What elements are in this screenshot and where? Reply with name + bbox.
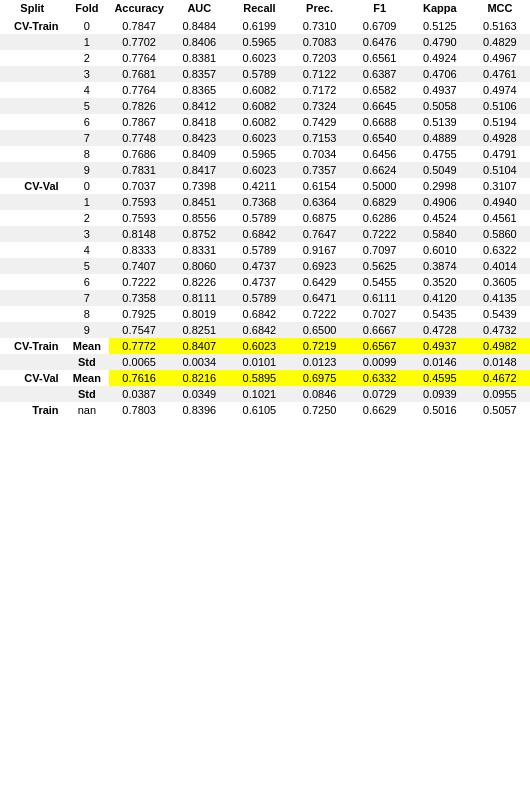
recall-value: 0.6023: [229, 338, 289, 354]
prec-value: 0.7219: [289, 338, 349, 354]
f1-value: 0.5000: [350, 178, 410, 194]
auc-value: 0.8423: [169, 130, 229, 146]
accuracy-value: 0.7681: [109, 66, 169, 82]
sublabel-value: Mean: [65, 338, 110, 354]
prec-value: 0.7357: [289, 162, 349, 178]
mcc-value: 0.4940: [470, 194, 530, 210]
prec-value: 0.7429: [289, 114, 349, 130]
recall-value: 0.5895: [229, 370, 289, 386]
recall-value: 0.6082: [229, 82, 289, 98]
table-row: CV-TrainMean0.77720.84070.60230.72190.65…: [0, 338, 530, 354]
accuracy-value: 0.7831: [109, 162, 169, 178]
auc-value: 0.8556: [169, 210, 229, 226]
auc-value: 0.8251: [169, 322, 229, 338]
kappa-value: 0.4120: [410, 290, 470, 306]
accuracy-value: 0.7547: [109, 322, 169, 338]
accuracy-value: 0.7764: [109, 82, 169, 98]
auc-value: 0.8407: [169, 338, 229, 354]
sublabel-value: Mean: [65, 370, 110, 386]
prec-value: 0.7250: [289, 402, 349, 418]
auc-value: 0.0349: [169, 386, 229, 402]
table-row: CV-ValMean0.76160.82160.58950.69750.6332…: [0, 370, 530, 386]
prec-value: 0.7172: [289, 82, 349, 98]
auc-value: 0.8111: [169, 290, 229, 306]
table-row: 50.78260.84120.60820.73240.66450.50580.5…: [0, 98, 530, 114]
header-fold: Fold: [65, 0, 110, 18]
recall-value: 0.5965: [229, 146, 289, 162]
mcc-value: 0.4829: [470, 34, 530, 50]
accuracy-value: 0.7358: [109, 290, 169, 306]
mcc-value: 0.5439: [470, 306, 530, 322]
header-kappa: Kappa: [410, 0, 470, 18]
header-auc: AUC: [169, 0, 229, 18]
auc-value: 0.8331: [169, 242, 229, 258]
recall-value: 0.6199: [229, 18, 289, 34]
split-label: [0, 210, 65, 226]
auc-value: 0.8451: [169, 194, 229, 210]
auc-value: 0.8417: [169, 162, 229, 178]
table-row: Std0.03870.03490.10210.08460.07290.09390…: [0, 386, 530, 402]
split-label: [0, 386, 65, 402]
prec-value: 0.7083: [289, 34, 349, 50]
table-row: 70.77480.84230.60230.71530.65400.48890.4…: [0, 130, 530, 146]
f1-value: 0.0099: [350, 354, 410, 370]
fold-value: 2: [65, 210, 110, 226]
accuracy-value: 0.7826: [109, 98, 169, 114]
fold-value: 1: [65, 194, 110, 210]
kappa-value: 0.5058: [410, 98, 470, 114]
fold-value: 5: [65, 98, 110, 114]
table-header: Split Fold Accuracy AUC Recall Prec. F1 …: [0, 0, 530, 18]
accuracy-value: 0.7037: [109, 178, 169, 194]
mcc-value: 0.3605: [470, 274, 530, 290]
mcc-value: 0.4561: [470, 210, 530, 226]
fold-value: nan: [65, 402, 110, 418]
recall-value: 0.5789: [229, 66, 289, 82]
auc-value: 0.8357: [169, 66, 229, 82]
kappa-value: 0.5049: [410, 162, 470, 178]
kappa-value: 0.6010: [410, 242, 470, 258]
accuracy-value: 0.7925: [109, 306, 169, 322]
auc-value: 0.8484: [169, 18, 229, 34]
prec-value: 0.7122: [289, 66, 349, 82]
f1-value: 0.6540: [350, 130, 410, 146]
header-mcc: MCC: [470, 0, 530, 18]
prec-value: 0.7324: [289, 98, 349, 114]
table-row: 80.79250.80190.68420.72220.70270.54350.5…: [0, 306, 530, 322]
fold-value: 3: [65, 226, 110, 242]
kappa-value: 0.4937: [410, 82, 470, 98]
split-label: [0, 290, 65, 306]
table-row: 20.75930.85560.57890.68750.62860.45240.4…: [0, 210, 530, 226]
table-row: Std0.00650.00340.01010.01230.00990.01460…: [0, 354, 530, 370]
auc-value: 0.8216: [169, 370, 229, 386]
table-row: 20.77640.83810.60230.72030.65610.49240.4…: [0, 50, 530, 66]
split-label: [0, 50, 65, 66]
split-label: [0, 274, 65, 290]
split-label: [0, 162, 65, 178]
accuracy-value: 0.7407: [109, 258, 169, 274]
prec-value: 0.6429: [289, 274, 349, 290]
kappa-value: 0.5435: [410, 306, 470, 322]
kappa-value: 0.4790: [410, 34, 470, 50]
prec-value: 0.7310: [289, 18, 349, 34]
kappa-value: 0.4728: [410, 322, 470, 338]
table-row: 40.83330.83310.57890.91670.70970.60100.6…: [0, 242, 530, 258]
table-row: 50.74070.80600.47370.69230.56250.38740.4…: [0, 258, 530, 274]
prec-value: 0.7034: [289, 146, 349, 162]
split-label: [0, 322, 65, 338]
recall-value: 0.5789: [229, 210, 289, 226]
accuracy-value: 0.7686: [109, 146, 169, 162]
auc-value: 0.8381: [169, 50, 229, 66]
split-label: [0, 34, 65, 50]
mcc-value: 0.0148: [470, 354, 530, 370]
recall-value: 0.6842: [229, 322, 289, 338]
auc-value: 0.7398: [169, 178, 229, 194]
mcc-value: 0.4928: [470, 130, 530, 146]
accuracy-value: 0.7222: [109, 274, 169, 290]
auc-value: 0.8409: [169, 146, 229, 162]
auc-value: 0.8396: [169, 402, 229, 418]
mcc-value: 0.5163: [470, 18, 530, 34]
f1-value: 0.0729: [350, 386, 410, 402]
mcc-value: 0.4967: [470, 50, 530, 66]
kappa-value: 0.2998: [410, 178, 470, 194]
accuracy-value: 0.7847: [109, 18, 169, 34]
